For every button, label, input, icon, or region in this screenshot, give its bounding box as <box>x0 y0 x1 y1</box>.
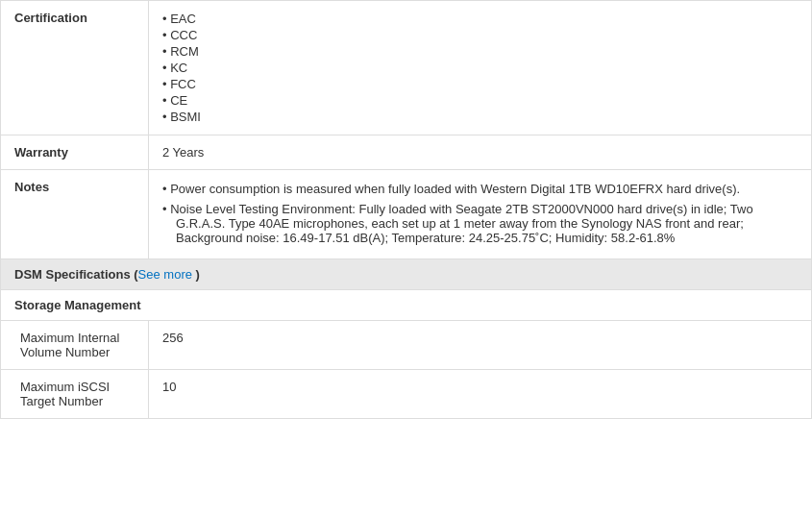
max-volume-row: Maximum Internal Volume Number 256 <box>1 321 812 370</box>
max-iscsi-label: Maximum iSCSI Target Number <box>1 370 149 419</box>
max-volume-label: Maximum Internal Volume Number <box>1 321 149 370</box>
dsm-label-prefix: DSM Specifications ( <box>14 267 138 282</box>
notes-list: Power consumption is measured when fully… <box>162 180 798 249</box>
dsm-section-header: DSM Specifications (See more ) <box>0 259 812 290</box>
cert-item-bsmi: BSMI <box>162 109 798 125</box>
spec-table: Certification EAC CCC RCM KC FCC CE BSMI… <box>0 0 812 259</box>
dsm-label-suffix: ) <box>192 267 200 282</box>
max-iscsi-value: 10 <box>149 370 812 419</box>
note-item-0: Power consumption is measured when fully… <box>162 180 798 200</box>
dsm-see-more-link[interactable]: See more <box>138 267 192 282</box>
cert-item-ccc: CCC <box>162 27 798 43</box>
cert-item-rcm: RCM <box>162 43 798 60</box>
notes-row: Notes Power consumption is measured when… <box>1 170 812 259</box>
warranty-value: 2 Years <box>149 135 812 170</box>
warranty-row: Warranty 2 Years <box>1 135 812 170</box>
warranty-label: Warranty <box>1 135 149 170</box>
max-iscsi-row: Maximum iSCSI Target Number 10 <box>1 370 812 419</box>
note-item-1: Noise Level Testing Environment: Fully l… <box>162 200 798 249</box>
notes-value: Power consumption is measured when fully… <box>149 170 812 259</box>
storage-table: Maximum Internal Volume Number 256 Maxim… <box>0 321 812 419</box>
certification-list: EAC CCC RCM KC FCC CE BSMI <box>162 11 798 125</box>
max-volume-value: 256 <box>149 321 812 370</box>
certification-row: Certification EAC CCC RCM KC FCC CE BSMI <box>1 1 812 135</box>
storage-management-header: Storage Management <box>0 290 812 321</box>
cert-item-fcc: FCC <box>162 76 798 92</box>
certification-value: EAC CCC RCM KC FCC CE BSMI <box>149 1 812 135</box>
cert-item-ce: CE <box>162 92 798 109</box>
cert-item-kc: KC <box>162 60 798 76</box>
notes-label: Notes <box>1 170 149 259</box>
cert-item-eac: EAC <box>162 11 798 27</box>
certification-label: Certification <box>1 1 149 135</box>
